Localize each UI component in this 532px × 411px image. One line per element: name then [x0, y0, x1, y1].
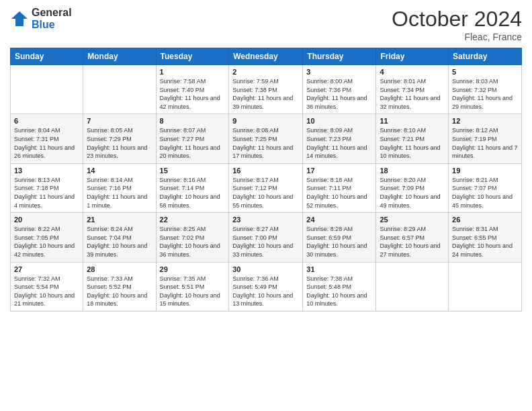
week-row-1: 1Sunrise: 7:58 AMSunset: 7:40 PMDaylight…: [11, 65, 522, 114]
day-info: Sunrise: 8:28 AMSunset: 6:59 PMDaylight:…: [306, 225, 372, 259]
day-number: 6: [14, 117, 79, 125]
day-number: 3: [306, 68, 372, 76]
calendar-cell: 10Sunrise: 8:09 AMSunset: 7:23 PMDayligh…: [303, 114, 376, 163]
day-number: 22: [160, 216, 226, 224]
day-info: Sunrise: 8:09 AMSunset: 7:23 PMDaylight:…: [306, 126, 372, 160]
day-number: 31: [306, 265, 372, 273]
day-header-friday: Friday: [376, 48, 449, 65]
day-number: 18: [380, 167, 445, 175]
calendar-cell: 14Sunrise: 8:14 AMSunset: 7:16 PMDayligh…: [83, 163, 156, 212]
day-number: 5: [452, 68, 518, 76]
day-info: Sunrise: 8:17 AMSunset: 7:12 PMDaylight:…: [232, 176, 299, 210]
logo-text: General Blue: [32, 7, 72, 30]
calendar-cell: 27Sunrise: 7:32 AMSunset: 5:54 PMDayligh…: [11, 262, 83, 311]
calendar-cell: 5Sunrise: 8:03 AMSunset: 7:32 PMDaylight…: [449, 65, 522, 114]
calendar-cell: 12Sunrise: 8:12 AMSunset: 7:19 PMDayligh…: [449, 114, 522, 163]
day-number: 17: [306, 167, 372, 175]
header-row: SundayMondayTuesdayWednesdayThursdayFrid…: [11, 48, 522, 65]
calendar-table: SundayMondayTuesdayWednesdayThursdayFrid…: [10, 48, 522, 312]
day-info: Sunrise: 8:08 AMSunset: 7:25 PMDaylight:…: [232, 126, 299, 160]
day-info: Sunrise: 8:18 AMSunset: 7:11 PMDaylight:…: [306, 176, 372, 210]
day-number: 2: [232, 68, 299, 76]
week-row-2: 6Sunrise: 8:04 AMSunset: 7:31 PMDaylight…: [11, 114, 522, 163]
calendar-cell: 13Sunrise: 8:13 AMSunset: 7:18 PMDayligh…: [11, 163, 83, 212]
calendar-cell: 2Sunrise: 7:59 AMSunset: 7:38 PMDaylight…: [229, 65, 303, 114]
day-number: 26: [452, 216, 518, 224]
calendar-cell: 19Sunrise: 8:21 AMSunset: 7:07 PMDayligh…: [449, 163, 522, 212]
day-number: 8: [160, 117, 226, 125]
calendar-cell: [83, 65, 156, 114]
day-header-saturday: Saturday: [449, 48, 522, 65]
logo-general: General: [32, 7, 72, 19]
day-info: Sunrise: 8:22 AMSunset: 7:05 PMDaylight:…: [14, 225, 79, 259]
day-number: 1: [160, 68, 226, 76]
day-info: Sunrise: 7:58 AMSunset: 7:40 PMDaylight:…: [160, 77, 226, 111]
calendar-cell: 17Sunrise: 8:18 AMSunset: 7:11 PMDayligh…: [303, 163, 376, 212]
day-number: 11: [380, 117, 445, 125]
calendar-cell: [11, 65, 83, 114]
calendar-cell: 21Sunrise: 8:24 AMSunset: 7:04 PMDayligh…: [83, 213, 156, 262]
day-number: 29: [160, 265, 226, 273]
calendar-cell: 23Sunrise: 8:27 AMSunset: 7:00 PMDayligh…: [229, 213, 303, 262]
calendar-cell: 30Sunrise: 7:36 AMSunset: 5:49 PMDayligh…: [229, 262, 303, 311]
month-title: October 2024: [392, 7, 522, 32]
day-header-monday: Monday: [83, 48, 156, 65]
day-number: 14: [87, 167, 152, 175]
day-info: Sunrise: 8:05 AMSunset: 7:29 PMDaylight:…: [87, 126, 152, 160]
calendar-cell: 8Sunrise: 8:07 AMSunset: 7:27 PMDaylight…: [156, 114, 229, 163]
day-number: 7: [87, 117, 152, 125]
day-info: Sunrise: 7:32 AMSunset: 5:54 PMDaylight:…: [14, 275, 79, 308]
week-row-4: 20Sunrise: 8:22 AMSunset: 7:05 PMDayligh…: [11, 213, 522, 262]
logo-blue: Blue: [32, 19, 72, 31]
calendar-cell: 24Sunrise: 8:28 AMSunset: 6:59 PMDayligh…: [303, 213, 376, 262]
calendar-cell: 15Sunrise: 8:16 AMSunset: 7:14 PMDayligh…: [156, 163, 229, 212]
calendar-cell: 18Sunrise: 8:20 AMSunset: 7:09 PMDayligh…: [376, 163, 449, 212]
day-number: 21: [87, 216, 152, 224]
day-number: 25: [380, 216, 445, 224]
day-number: 9: [232, 117, 299, 125]
header: General Blue October 2024 Fleac, France: [10, 7, 522, 42]
calendar-cell: 28Sunrise: 7:33 AMSunset: 5:52 PMDayligh…: [83, 262, 156, 311]
location: Fleac, France: [392, 32, 522, 42]
calendar-cell: 26Sunrise: 8:31 AMSunset: 6:55 PMDayligh…: [449, 213, 522, 262]
page: General Blue October 2024 Fleac, France …: [0, 0, 532, 411]
day-header-thursday: Thursday: [303, 48, 376, 65]
day-info: Sunrise: 8:24 AMSunset: 7:04 PMDaylight:…: [87, 225, 152, 259]
day-number: 30: [232, 265, 299, 273]
calendar-cell: 7Sunrise: 8:05 AMSunset: 7:29 PMDaylight…: [83, 114, 156, 163]
calendar-cell: 3Sunrise: 8:00 AMSunset: 7:36 PMDaylight…: [303, 65, 376, 114]
day-info: Sunrise: 7:35 AMSunset: 5:51 PMDaylight:…: [160, 275, 226, 308]
day-number: 10: [306, 117, 372, 125]
day-info: Sunrise: 8:10 AMSunset: 7:21 PMDaylight:…: [380, 126, 445, 160]
day-info: Sunrise: 8:27 AMSunset: 7:00 PMDaylight:…: [232, 225, 299, 259]
day-info: Sunrise: 8:00 AMSunset: 7:36 PMDaylight:…: [306, 77, 372, 111]
calendar-cell: 20Sunrise: 8:22 AMSunset: 7:05 PMDayligh…: [11, 213, 83, 262]
calendar-cell: 1Sunrise: 7:58 AMSunset: 7:40 PMDaylight…: [156, 65, 229, 114]
day-info: Sunrise: 7:36 AMSunset: 5:49 PMDaylight:…: [232, 275, 299, 308]
logo: General Blue: [10, 7, 72, 30]
day-info: Sunrise: 8:13 AMSunset: 7:18 PMDaylight:…: [14, 176, 79, 210]
day-info: Sunrise: 7:59 AMSunset: 7:38 PMDaylight:…: [232, 77, 299, 111]
day-number: 16: [232, 167, 299, 175]
day-number: 24: [306, 216, 372, 224]
calendar-cell: 29Sunrise: 7:35 AMSunset: 5:51 PMDayligh…: [156, 262, 229, 311]
day-info: Sunrise: 8:04 AMSunset: 7:31 PMDaylight:…: [14, 126, 79, 160]
calendar-cell: 9Sunrise: 8:08 AMSunset: 7:25 PMDaylight…: [229, 114, 303, 163]
calendar-cell: 22Sunrise: 8:25 AMSunset: 7:02 PMDayligh…: [156, 213, 229, 262]
day-info: Sunrise: 8:01 AMSunset: 7:34 PMDaylight:…: [380, 77, 445, 111]
logo-icon: [10, 9, 29, 28]
day-info: Sunrise: 8:20 AMSunset: 7:09 PMDaylight:…: [380, 176, 445, 210]
day-info: Sunrise: 7:38 AMSunset: 5:48 PMDaylight:…: [306, 275, 372, 308]
day-info: Sunrise: 8:16 AMSunset: 7:14 PMDaylight:…: [160, 176, 226, 210]
day-info: Sunrise: 8:07 AMSunset: 7:27 PMDaylight:…: [160, 126, 226, 160]
calendar-cell: 31Sunrise: 7:38 AMSunset: 5:48 PMDayligh…: [303, 262, 376, 311]
day-number: 4: [380, 68, 445, 76]
day-number: 15: [160, 167, 226, 175]
calendar-cell: 11Sunrise: 8:10 AMSunset: 7:21 PMDayligh…: [376, 114, 449, 163]
day-header-wednesday: Wednesday: [229, 48, 303, 65]
day-info: Sunrise: 7:33 AMSunset: 5:52 PMDaylight:…: [87, 275, 152, 308]
calendar-cell: [449, 262, 522, 311]
calendar-cell: 6Sunrise: 8:04 AMSunset: 7:31 PMDaylight…: [11, 114, 83, 163]
day-number: 19: [452, 167, 518, 175]
day-header-sunday: Sunday: [11, 48, 83, 65]
